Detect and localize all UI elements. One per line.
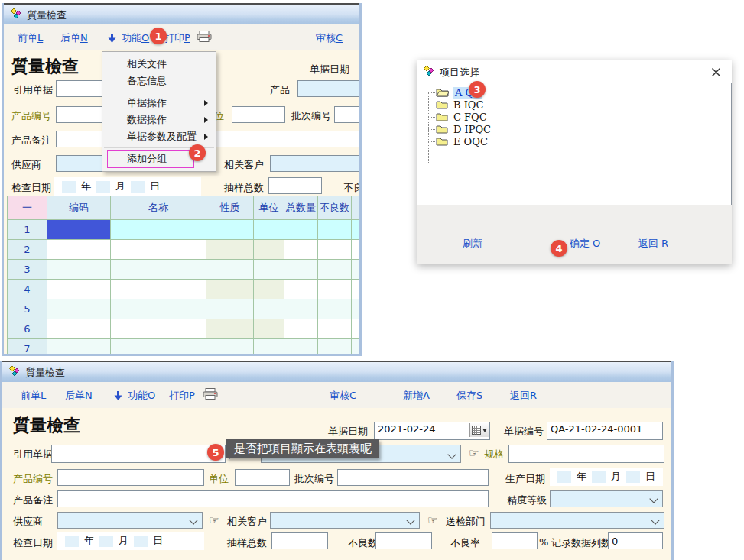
cell[interactable] [254,339,284,357]
window-titlebar[interactable]: 質量檢查 [4,3,359,26]
ok-button[interactable]: 确定O [570,237,600,251]
month-box[interactable] [592,471,606,483]
refresh-button[interactable]: 刷新 [463,237,482,251]
spec-input[interactable] [508,445,664,463]
cell[interactable] [254,260,284,280]
back-button[interactable]: 返回R [638,237,668,251]
cell[interactable] [47,299,111,319]
hand-pointer-icon[interactable]: ☞ [209,513,219,527]
doc-no-input[interactable]: QA-21-02-24-0001 [547,422,663,440]
sample-total-input[interactable] [268,177,322,194]
defect-count-input[interactable] [375,532,432,549]
year-box[interactable] [557,471,571,483]
cell[interactable] [47,339,111,357]
printer-icon[interactable] [203,388,218,403]
menu-item-doc-params-config[interactable]: 单据参数及配置 [102,128,216,145]
row-number[interactable]: 6 [8,319,47,339]
cell[interactable] [254,319,284,339]
row-number[interactable]: 7 [8,339,47,357]
print-button[interactable]: 打印P [169,389,195,403]
cell[interactable] [284,299,318,319]
cell[interactable] [47,319,111,339]
next-doc-button[interactable]: 后单N [65,389,93,403]
menu-item-doc-operations[interactable]: 单据操作 [102,95,216,112]
audit-button[interactable]: 审核C [316,31,343,45]
cell[interactable] [318,319,352,339]
menu-item-data-operations[interactable]: 数据操作 [102,112,216,128]
cell[interactable] [284,339,318,357]
precision-combobox[interactable] [550,490,663,507]
back-button[interactable]: 返回R [510,389,537,403]
prev-doc-button[interactable]: 前单L [21,389,46,403]
cell[interactable] [206,220,254,240]
record-cols-input[interactable] [608,532,663,549]
year-box[interactable] [62,181,76,193]
prev-doc-button[interactable]: 前单L [18,31,43,45]
prod-date-ymd-field[interactable]: 年 月 日 [550,468,663,486]
customer-combobox[interactable] [270,512,420,529]
cell[interactable] [352,319,362,339]
cell[interactable] [206,240,254,260]
row-number[interactable]: 5 [8,299,47,319]
menu-item-related-files[interactable]: 相关文件 [102,56,216,73]
cell[interactable] [47,280,111,299]
cell[interactable] [318,280,352,299]
cell[interactable] [111,220,206,240]
hand-pointer-icon[interactable]: ☞ [427,513,437,527]
dept-combobox[interactable] [490,512,664,529]
cell[interactable] [111,240,206,260]
cell[interactable] [254,220,284,240]
day-box[interactable] [134,536,148,547]
month-box[interactable] [99,536,113,547]
cell[interactable] [254,280,284,299]
cell[interactable] [206,260,254,280]
cell[interactable] [284,260,318,280]
batch-no-input[interactable] [334,106,359,123]
doc-date-input[interactable]: 2021-02-24 [374,422,490,440]
cell[interactable] [206,299,254,319]
cell[interactable] [111,299,206,319]
cell[interactable] [47,260,111,280]
cell[interactable] [318,339,352,357]
product-note-input[interactable] [57,490,489,507]
next-doc-button[interactable]: 后单N [60,31,88,45]
cell[interactable] [318,260,352,280]
defect-rate-input[interactable] [492,532,538,549]
check-date-ymd-field[interactable]: 年 月 日 [54,177,201,196]
day-box[interactable] [626,471,640,483]
supplier-combobox[interactable] [57,512,203,529]
unit-input[interactable] [235,469,290,486]
cell[interactable] [254,240,284,260]
product-no-input[interactable] [57,469,204,486]
ref-doc-input[interactable] [51,445,226,463]
window-titlebar[interactable]: 質量檢查 [2,361,671,384]
cell[interactable] [352,220,362,240]
cell[interactable] [284,240,318,260]
row-number[interactable]: 3 [8,260,47,280]
tree-item-e-oqc[interactable]: E OQC [436,135,489,147]
row-number[interactable]: 1 [8,220,47,240]
day-box[interactable] [131,181,145,193]
batch-no-input[interactable] [337,469,489,486]
cell[interactable] [284,220,318,240]
cell[interactable] [318,240,352,260]
cell[interactable] [284,280,318,299]
unit-input[interactable] [232,106,285,123]
audit-button[interactable]: 审核C [330,389,356,403]
save-button[interactable]: 保存S [456,389,482,403]
menu-item-memo-info[interactable]: 备忘信息 [102,73,216,89]
month-box[interactable] [96,181,110,193]
row-number[interactable]: 2 [8,240,47,260]
cell[interactable] [47,240,111,260]
functions-menu-button[interactable]: 功能O [122,31,149,45]
cell[interactable] [111,339,206,357]
customer-input[interactable] [270,155,359,172]
printer-icon[interactable] [197,31,212,46]
sample-total-input[interactable] [271,532,328,549]
close-icon[interactable] [711,66,721,80]
check-date-ymd-field[interactable]: 年 月 日 [57,532,204,550]
date-picker-button[interactable] [469,423,489,437]
cell[interactable] [352,260,362,280]
cell[interactable] [111,319,206,339]
cell[interactable] [352,240,362,260]
